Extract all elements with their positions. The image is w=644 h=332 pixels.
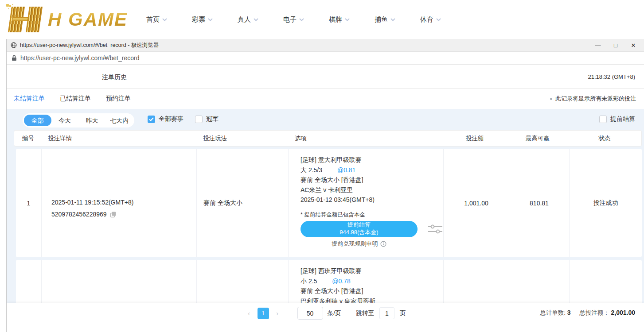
bet-option-cell: [足球] 意大利甲级联赛 大 2.5/3 @0.81 赛前 全场大小 [香港盘]…: [289, 149, 444, 257]
date-filter-group: 全部 今天 昨天 七天内: [23, 113, 134, 127]
col-header-option: 选项: [287, 135, 442, 143]
chevron-down-icon: [345, 18, 350, 21]
record-note-text: 此记录将显示所有未派彩的投注: [555, 95, 636, 103]
checkbox-unchecked-icon[interactable]: [195, 116, 203, 123]
page-header: 注单历史 21:18:32 (GMT+8): [7, 65, 644, 89]
cashout-button-amount: 944.98(含本金): [301, 229, 418, 236]
url-text: https://user-pc-new.jylywl.com/#/bet_rec…: [20, 54, 139, 62]
date-filter-7days[interactable]: 七天内: [106, 115, 133, 126]
main-nav: 首页 彩票 真人 电子 棋牌 捕鱼 体育: [146, 0, 441, 39]
pagination-bar: ‹ 1 › 条/页 跳转至 页 总计单数: 3 总投注额： 2,001.00: [7, 303, 644, 331]
total-amount: 2,001.00: [611, 309, 636, 316]
date-filter-all[interactable]: 全部: [24, 115, 51, 126]
market-name: 赛前 全场大小 [香港盘]: [301, 286, 443, 296]
league-name: [足球] 意大利甲级联赛: [301, 155, 443, 165]
bet-id: 5209782456228969: [51, 208, 107, 220]
cashout-button-label: 提前结算: [301, 221, 418, 229]
total-amount-label: 总投注额：: [579, 309, 609, 316]
nav-label: 体育: [420, 15, 433, 24]
bullet-icon: [550, 98, 552, 100]
chevron-down-icon: [162, 18, 167, 21]
nav-label: 彩票: [192, 15, 205, 24]
max-win: 810.81: [509, 149, 570, 257]
table-header: 编号 投注详情 投注玩法 选项 投注额 最高可赢 状态: [14, 130, 642, 147]
page-number-button[interactable]: 1: [258, 308, 269, 319]
col-header-maxwin: 最高可赢: [507, 135, 568, 143]
early-settle-label: 提前结算: [610, 115, 635, 123]
bet-time: 2025-01-11 19:15:52(GMT+8): [51, 197, 196, 208]
champion-label: 冠军: [206, 115, 219, 123]
all-events-checkbox[interactable]: 全部赛事: [148, 115, 183, 123]
early-settle-checkbox[interactable]: 提前结算: [599, 115, 635, 123]
nav-label: 捕鱼: [375, 15, 388, 24]
next-page-icon[interactable]: ›: [273, 310, 281, 317]
chevron-down-icon: [299, 18, 304, 21]
browser-titlebar[interactable]: https://user-pc-new.jylywl.com/#/bet_rec…: [7, 39, 644, 52]
col-header-no: 编号: [14, 135, 40, 143]
lock-icon: [12, 55, 17, 61]
chevron-down-icon: [390, 18, 395, 21]
site-header: H GAME 首页 彩票 真人 电子 棋牌 捕鱼 体育: [0, 0, 644, 39]
total-count-label: 总计单数:: [540, 309, 566, 316]
logo-text: H GAME: [48, 6, 128, 33]
logo-h-icon: [7, 6, 45, 33]
chevron-down-icon: [254, 18, 258, 21]
cashout-button[interactable]: 提前结算 944.98(含本金): [301, 221, 418, 237]
page-size-input[interactable]: [297, 307, 323, 320]
col-header-play: 投注玩法: [195, 135, 287, 143]
all-events-label: 全部赛事: [159, 115, 183, 123]
copy-icon[interactable]: [110, 211, 117, 218]
jump-page-input[interactable]: [379, 307, 394, 319]
date-filter-today[interactable]: 今天: [51, 115, 79, 126]
tabs-row: 未结算注单 已结算注单 预约注单 此记录将显示所有未派彩的投注: [7, 89, 644, 109]
maximize-button[interactable]: □: [607, 39, 624, 52]
page-unit-label: 页: [400, 309, 406, 317]
site-logo[interactable]: H GAME: [7, 4, 128, 35]
cashout-rule-link[interactable]: 提前兑现规则申明: [301, 240, 418, 248]
tab-settled[interactable]: 已结算注单: [60, 95, 91, 103]
odds-value: @0.81: [337, 166, 355, 174]
prev-page-icon[interactable]: ‹: [245, 310, 253, 317]
league-name: [足球] 西班牙甲级联赛: [301, 266, 443, 276]
bet-status: 投注成功: [570, 149, 642, 257]
total-count: 3: [567, 309, 571, 316]
pick-name: 小 2.5: [301, 278, 317, 285]
window-title: https://user-pc-new.jylywl.com/#/bet_rec…: [20, 42, 159, 49]
tab-unsettled[interactable]: 未结算注单: [14, 95, 45, 103]
browser-window: https://user-pc-new.jylywl.com/#/bet_rec…: [6, 39, 644, 332]
record-note: 此记录将显示所有未派彩的投注: [550, 89, 636, 109]
nav-item-fishing[interactable]: 捕鱼: [375, 15, 395, 24]
tab-reserved[interactable]: 预约注单: [106, 95, 131, 103]
match-teams: AC米兰 v 卡利亚里: [301, 185, 443, 195]
totals: 总计单数: 3 总投注额： 2,001.00: [540, 309, 635, 317]
minimize-button[interactable]: —: [589, 39, 607, 52]
champion-checkbox[interactable]: 冠军: [195, 115, 219, 123]
page-title: 注单历史: [102, 73, 127, 81]
server-time: 21:18:32 (GMT+8): [588, 73, 635, 80]
nav-item-sports[interactable]: 体育: [420, 15, 441, 24]
bet-amount: 1,001.00: [444, 149, 509, 257]
checkbox-checked-icon[interactable]: [148, 116, 155, 123]
col-header-amount: 投注额: [442, 135, 507, 143]
match-time: 2025-01-12 03:45(GMT+8): [301, 195, 443, 205]
cashout-rule-text: 提前兑现规则申明: [332, 240, 378, 248]
page-content: 全部 今天 昨天 七天内 全部赛事 冠军: [7, 109, 644, 331]
table-row: 1 2025-01-11 19:15:52(GMT+8) 52097824562…: [16, 149, 642, 257]
browser-urlbar[interactable]: https://user-pc-new.jylywl.com/#/bet_rec…: [7, 52, 644, 65]
date-filter-yesterday[interactable]: 昨天: [78, 115, 106, 126]
nav-item-live[interactable]: 真人: [238, 15, 258, 24]
col-header-status: 状态: [568, 135, 641, 143]
chevron-down-icon: [436, 18, 441, 21]
event-filter-group: 全部赛事 冠军: [148, 115, 219, 123]
nav-item-home[interactable]: 首页: [146, 15, 167, 24]
close-button[interactable]: ✕: [624, 39, 642, 52]
info-icon[interactable]: [380, 241, 386, 247]
odds-value: @0.78: [332, 278, 350, 285]
bet-play-cell: 赛前 全场大小: [197, 149, 289, 257]
checkbox-unchecked-icon[interactable]: [599, 116, 607, 123]
nav-item-slots[interactable]: 电子: [283, 15, 304, 24]
nav-item-lottery[interactable]: 彩票: [192, 15, 213, 24]
row-no: 1: [16, 149, 42, 257]
nav-item-cards[interactable]: 棋牌: [329, 15, 350, 24]
sliders-icon[interactable]: [427, 223, 443, 235]
